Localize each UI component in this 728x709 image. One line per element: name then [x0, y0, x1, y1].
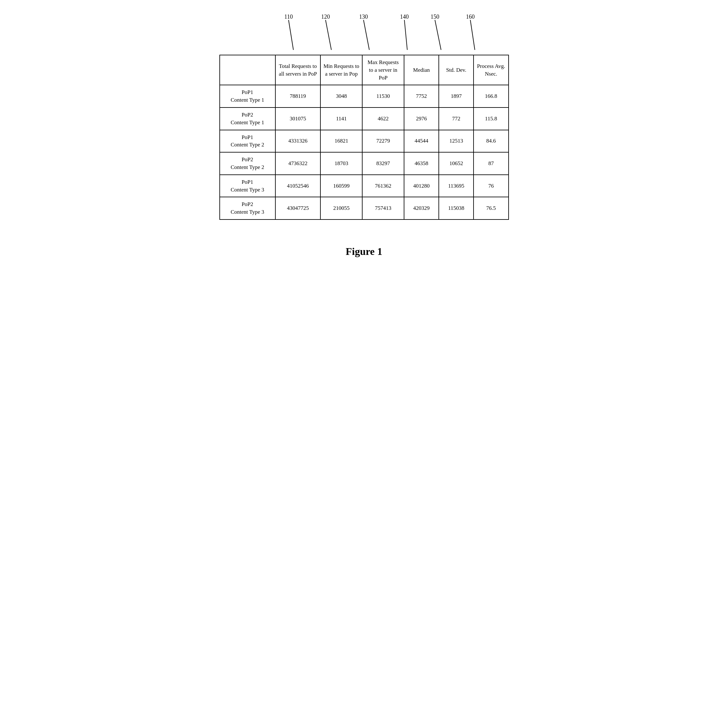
ref-160-label: 160: [466, 13, 475, 20]
cell-r3-c0: 4736322: [275, 152, 321, 175]
page-container: 110 120 130 140 150 160 Total Requests t…: [219, 13, 509, 257]
table-row: PoP1Content Type 24331326168217227944544…: [220, 130, 509, 153]
cell-r2-c3: 44544: [404, 130, 439, 153]
header-row-label: [220, 55, 275, 85]
cell-r0-c4: 1897: [439, 85, 473, 108]
cell-r1-c0: 301075: [275, 108, 321, 130]
reference-diagram: 110 120 130 140 150 160: [219, 13, 509, 55]
cell-r1-c4: 772: [439, 108, 473, 130]
ref-130-label: 130: [359, 13, 368, 20]
cell-r5-c4: 115038: [439, 197, 473, 219]
cell-r1-c5: 115.8: [473, 108, 508, 130]
cell-r2-c0: 4331326: [275, 130, 321, 153]
ref-120-label: 120: [321, 13, 330, 20]
cell-r0-c0: 788119: [275, 85, 321, 108]
cell-r3-c2: 83297: [362, 152, 404, 175]
header-col-160: Process Avg. Nsec.: [473, 55, 508, 85]
ref-140-label: 140: [400, 13, 409, 20]
cell-r1-c3: 2976: [404, 108, 439, 130]
cell-r3-c4: 10652: [439, 152, 473, 175]
cell-r4-c2: 761362: [362, 175, 404, 197]
cell-r0-c3: 7752: [404, 85, 439, 108]
cell-r2-c4: 12513: [439, 130, 473, 153]
ref-160-line: [470, 20, 475, 50]
row-label-0: PoP1Content Type 1: [220, 85, 275, 108]
ref-140-line: [404, 20, 407, 50]
ref-120-line: [326, 20, 331, 50]
cell-r2-c5: 84.6: [473, 130, 508, 153]
table-row: PoP2Content Type 34304772521005575741342…: [220, 197, 509, 219]
cell-r3-c5: 87: [473, 152, 508, 175]
cell-r3-c1: 18703: [320, 152, 362, 175]
table-row: PoP1Content Type 17881193048115307752189…: [220, 85, 509, 108]
cell-r1-c2: 4622: [362, 108, 404, 130]
cell-r0-c2: 11530: [362, 85, 404, 108]
figure-caption: Figure 1: [345, 245, 382, 257]
cell-r5-c2: 757413: [362, 197, 404, 219]
cell-r4-c5: 76: [473, 175, 508, 197]
header-col-110: Total Requests to all servers in PoP: [275, 55, 321, 85]
ref-110-line: [288, 20, 293, 50]
ref-150-label: 150: [430, 13, 439, 20]
header-col-140: Median: [404, 55, 439, 85]
table-row: PoP2Content Type 13010751141462229767721…: [220, 108, 509, 130]
row-label-2: PoP1Content Type 2: [220, 130, 275, 153]
cell-r1-c1: 1141: [320, 108, 362, 130]
ref-150-line: [435, 20, 441, 50]
header-col-130: Max Requests to a server in PoP: [362, 55, 404, 85]
ref-130-line: [364, 20, 369, 50]
cell-r0-c1: 3048: [320, 85, 362, 108]
data-table: Total Requests to all servers in PoP Min…: [219, 55, 509, 220]
data-table-wrapper: Total Requests to all servers in PoP Min…: [219, 55, 509, 220]
ref-110-label: 110: [284, 13, 293, 20]
header-col-150: Std. Dev.: [439, 55, 473, 85]
cell-r2-c2: 72279: [362, 130, 404, 153]
row-label-4: PoP1Content Type 3: [220, 175, 275, 197]
cell-r5-c0: 43047725: [275, 197, 321, 219]
header-row: Total Requests to all servers in PoP Min…: [220, 55, 509, 85]
table-row: PoP2Content Type 24736322187038329746358…: [220, 152, 509, 175]
cell-r5-c1: 210055: [320, 197, 362, 219]
cell-r4-c3: 401280: [404, 175, 439, 197]
cell-r3-c3: 46358: [404, 152, 439, 175]
cell-r4-c0: 41052546: [275, 175, 321, 197]
header-col-120: Min Requests to a server in Pop: [320, 55, 362, 85]
cell-r4-c1: 160599: [320, 175, 362, 197]
row-label-3: PoP2Content Type 2: [220, 152, 275, 175]
row-label-5: PoP2Content Type 3: [220, 197, 275, 219]
cell-r4-c4: 113695: [439, 175, 473, 197]
cell-r2-c1: 16821: [320, 130, 362, 153]
cell-r0-c5: 166.8: [473, 85, 508, 108]
cell-r5-c5: 76.5: [473, 197, 508, 219]
cell-r5-c3: 420329: [404, 197, 439, 219]
row-label-1: PoP2Content Type 1: [220, 108, 275, 130]
table-row: PoP1Content Type 34105254616059976136240…: [220, 175, 509, 197]
